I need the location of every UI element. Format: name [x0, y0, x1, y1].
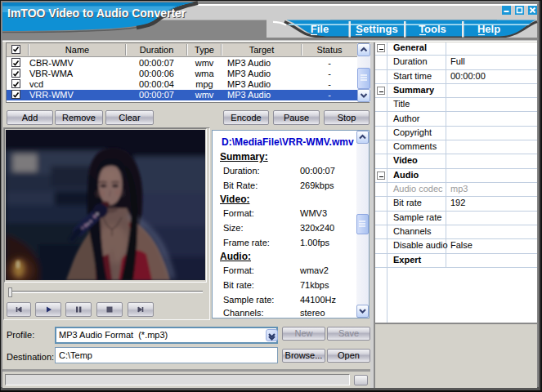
svg-text:File: File — [311, 23, 329, 35]
svg-text:Tools: Tools — [419, 23, 446, 35]
svg-text:ImTOO Video to Audio Converter: ImTOO Video to Audio Converter — [7, 7, 186, 20]
svg-text:Help: Help — [477, 23, 500, 35]
svg-text:Settings: Settings — [356, 23, 397, 35]
